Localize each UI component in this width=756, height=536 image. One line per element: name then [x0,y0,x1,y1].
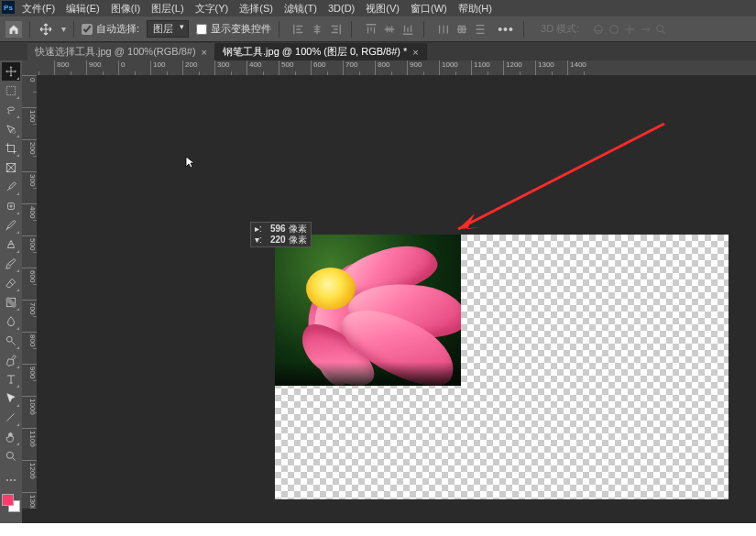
align-right-button[interactable] [327,21,344,38]
close-icon[interactable]: × [202,47,207,58]
zoom-3d-icon[interactable] [654,23,667,36]
tool-history-brush[interactable] [2,255,20,273]
chevron-down-icon[interactable]: ▾ [61,24,66,34]
tool-dodge[interactable] [2,332,20,350]
coord-x-label: ▸: [255,224,268,235]
tool-crop[interactable] [2,139,20,158]
separator [351,21,352,38]
tool-path-select[interactable] [2,389,20,408]
tool-healing[interactable] [2,197,20,215]
cursor-icon [185,156,196,172]
align-vcenter-button[interactable] [381,21,398,38]
show-transform-checkbox[interactable]: 显示变换控件 [196,22,271,36]
menu-filter[interactable]: 滤镜(T) [279,2,323,16]
tool-hand[interactable] [2,428,20,446]
tool-blur[interactable] [2,312,20,331]
align-group-1 [290,21,344,38]
tool-pen[interactable] [2,351,20,369]
coord-x-unit: 像素 [289,224,307,235]
ruler-tick: 500 [279,60,311,75]
show-transform-input[interactable] [196,24,207,35]
tool-frame[interactable] [2,159,20,177]
svg-point-4 [12,130,16,134]
svg-rect-3 [6,86,15,94]
more-options-button[interactable]: ••• [496,21,516,38]
ruler-tick: 500 [22,235,37,268]
tool-brush[interactable] [2,216,20,235]
auto-select-checkbox[interactable]: 自动选择: [82,22,139,36]
ruler-tick: 1200 [503,60,535,75]
ruler-tick: 300 [214,60,247,75]
fg-color-swatch[interactable] [2,494,14,506]
align-hcenter-button[interactable] [309,21,325,38]
ruler-tick: 900 [86,60,118,75]
auto-select-input[interactable] [82,24,93,35]
menu-type[interactable]: 文字(Y) [190,2,235,16]
ruler-tick: 1000 [439,60,471,75]
ruler-tick: 400 [22,203,37,235]
tool-move[interactable] [2,62,20,81]
svg-point-1 [610,25,619,33]
doc-tab-2[interactable]: 钢笔工具.jpg @ 100% (图层 0, RGB/8#) * × [215,43,427,60]
close-icon[interactable]: × [412,47,418,58]
ruler-tick: 1400 [567,60,599,75]
coord-x-value: 596 [270,224,286,235]
tool-gradient[interactable] [2,293,20,312]
tool-edit-toolbar[interactable]: ⋯ [2,471,20,489]
tool-quick-select[interactable] [2,120,20,138]
doc-tab-label: 钢笔工具.jpg @ 100% (图层 0, RGB/8#) * [223,45,407,59]
tool-shape[interactable] [2,409,20,427]
coordinate-tooltip: ▸: 596 像素 ▾: 220 像素 [250,222,312,247]
coord-y-unit: 像素 [289,235,307,246]
menu-file[interactable]: 文件(F) [16,2,60,16]
dist-h-button[interactable] [435,21,452,38]
ruler-tick: 400 [247,60,279,75]
align-left-button[interactable] [290,21,307,38]
tool-eyedropper[interactable] [2,178,20,196]
tool-clone-stamp[interactable] [2,235,20,254]
roll-3d-icon[interactable] [608,23,620,36]
layer-image[interactable] [275,235,461,386]
menu-3d[interactable]: 3D(D) [323,3,360,14]
menu-image[interactable]: 图像(I) [105,2,146,16]
pan-3d-icon[interactable] [623,23,636,36]
menu-view[interactable]: 视图(V) [360,2,405,16]
document-tabs: 快速选择工具.jpg @ 100%(RGB/8#) × 钢笔工具.jpg @ 1… [0,42,756,60]
color-swatches[interactable] [2,494,20,512]
ruler-tick: 1000 [22,396,37,428]
auto-select-target-dropdown[interactable]: 图层 [147,20,189,38]
menu-layer[interactable]: 图层(L) [146,2,189,16]
menu-window[interactable]: 窗口(W) [405,2,453,16]
ruler-tick: 800 [54,60,86,75]
tool-eraser[interactable] [2,274,20,292]
ruler-horizontal[interactable]: 7008009000100200300400500600700800900100… [22,60,756,75]
align-top-button[interactable] [363,21,379,38]
tool-zoom[interactable] [2,447,20,465]
orbit-3d-icon[interactable] [592,23,605,36]
dist-hc-button[interactable] [454,21,470,38]
menu-edit[interactable]: 编辑(E) [60,2,105,16]
tool-type[interactable] [2,370,20,388]
ruler-tick: 100 [150,60,182,75]
dist-v-button[interactable] [472,21,488,38]
menu-help[interactable]: 帮助(H) [453,2,498,16]
ruler-tick: 1300 [22,492,37,509]
ruler-corner[interactable] [22,60,37,75]
ruler-tick: 800 [375,60,407,75]
canvas-area[interactable]: ▸: 596 像素 ▾: 220 像素 [37,75,756,509]
menu-select[interactable]: 选择(S) [234,2,279,16]
svg-point-9 [6,452,13,458]
app-icon: Ps [2,1,15,14]
ruler-vertical[interactable]: 0100200300400500600700800900100011001200… [22,75,37,509]
separator [73,21,74,38]
slide-3d-icon[interactable] [639,23,652,36]
doc-tab-1[interactable]: 快速选择工具.jpg @ 100%(RGB/8#) × [27,43,215,60]
home-button[interactable] [5,21,22,38]
align-group-2 [363,21,416,38]
tool-marquee[interactable] [2,82,20,100]
svg-point-0 [595,25,603,33]
tool-lasso[interactable] [2,101,20,119]
mode-3d-icons [592,23,667,36]
align-bottom-button[interactable] [400,21,416,38]
ruler-tick: 600 [22,268,37,300]
